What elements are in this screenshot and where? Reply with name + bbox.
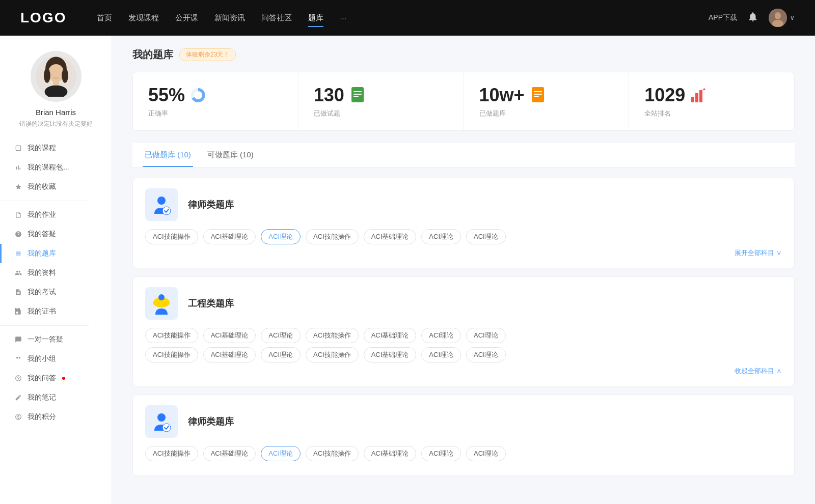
sidebar-divider-2 (0, 325, 89, 326)
sidebar-item-course[interactable]: 我的课程 (0, 138, 112, 158)
nav-more[interactable]: ··· (340, 12, 346, 24)
tag-2-2[interactable]: ACI理论 (261, 328, 301, 343)
profile-name: Brian Harris (36, 108, 76, 117)
tag-2-5[interactable]: ACI理论 (421, 328, 461, 343)
tag-1-4[interactable]: ACI基础理论 (364, 229, 417, 244)
sidebar-item-points[interactable]: 我的积分 (0, 407, 112, 427)
tab-done[interactable]: 已做题库 (10) (143, 143, 193, 167)
lawyer-icon-2 (145, 405, 178, 438)
svg-marker-23 (702, 88, 705, 90)
tag-2b-4[interactable]: ACI基础理论 (364, 347, 417, 362)
red-dot-indicator (62, 377, 65, 380)
sidebar-item-exam[interactable]: 我的考试 (0, 283, 112, 302)
stat-questions-top: 130 (314, 85, 448, 106)
tag-1-2[interactable]: ACI理论 (261, 229, 301, 244)
tag-3-4[interactable]: ACI基础理论 (364, 446, 417, 461)
svg-rect-21 (695, 93, 698, 102)
sidebar-item-material[interactable]: 我的资料 (0, 263, 112, 283)
profile-motto: 错误的决定比没有决定要好 (9, 120, 103, 128)
bank-card-lawyer-1: 律师类题库 ACI技能操作 ACI基础理论 ACI理论 ACI技能操作 ACI基… (132, 178, 795, 268)
tag-1-6[interactable]: ACI理论 (466, 229, 506, 244)
tag-1-0[interactable]: ACI技能操作 (145, 229, 198, 244)
stat-rank-label: 全站排名 (644, 109, 779, 118)
user-avatar-button[interactable]: ∨ (769, 9, 795, 27)
bank-title-1: 律师类题库 (188, 199, 234, 211)
svg-point-28 (158, 294, 165, 300)
stats-row: 55% 正确率 130 (132, 72, 795, 131)
header: LOGO 首页 发现课程 公开课 新闻资讯 问答社区 题库 ··· APP下载 … (0, 0, 815, 36)
stat-questions: 130 已做试题 (298, 72, 464, 130)
tag-3-2[interactable]: ACI理论 (261, 446, 301, 461)
sidebar-item-bank[interactable]: 我的题库 (0, 244, 112, 263)
svg-rect-17 (534, 91, 542, 92)
tag-2b-3[interactable]: ACI技能操作 (306, 347, 359, 362)
nav-news[interactable]: 新闻资讯 (214, 11, 245, 25)
sidebar-item-qa[interactable]: 我的答疑 (0, 225, 112, 244)
nav-home[interactable]: 首页 (97, 11, 112, 25)
sidebar-item-notes[interactable]: 我的笔记 (0, 388, 112, 407)
tag-2b-1[interactable]: ACI基础理论 (203, 347, 256, 362)
pie-chart-icon (190, 87, 206, 103)
one-on-one-icon (14, 335, 22, 344)
collapse-link-2[interactable]: 收起全部科目 ∧ (145, 367, 782, 376)
stat-rank-top: 1029 (644, 85, 779, 106)
material-icon (14, 269, 22, 277)
svg-point-30 (162, 424, 171, 432)
question-icon (14, 374, 22, 382)
svg-rect-9 (53, 80, 59, 86)
stat-accuracy-value: 55% (148, 85, 185, 106)
tag-1-5[interactable]: ACI理论 (421, 229, 461, 244)
svg-rect-13 (354, 91, 362, 92)
stat-accuracy: 55% 正确率 (133, 72, 298, 130)
page-title: 我的题库 (132, 48, 173, 62)
course-icon (14, 144, 22, 152)
tag-3-5[interactable]: ACI理论 (421, 446, 461, 461)
sidebar-item-cert[interactable]: 我的证书 (0, 302, 112, 321)
tag-1-1[interactable]: ACI基础理论 (203, 229, 256, 244)
sidebar-item-group[interactable]: 我的小组 (0, 349, 112, 369)
stat-accuracy-top: 55% (148, 85, 283, 106)
tag-2b-5[interactable]: ACI理论 (421, 347, 461, 362)
tag-3-1[interactable]: ACI基础理论 (203, 446, 256, 461)
homework-icon (14, 211, 22, 219)
bank-card-header-1: 律师类题库 (145, 188, 782, 221)
logo[interactable]: LOGO (20, 10, 66, 26)
sidebar-item-package[interactable]: 我的课程包... (0, 158, 112, 177)
doc-green-icon (349, 87, 366, 103)
tag-2-4[interactable]: ACI基础理论 (364, 328, 417, 343)
notification-bell[interactable] (747, 11, 758, 24)
sidebar-item-homework[interactable]: 我的作业 (0, 205, 112, 225)
sidebar-item-favorites[interactable]: 我的收藏 (0, 177, 112, 197)
nav-qa[interactable]: 问答社区 (261, 11, 292, 25)
profile-avatar (31, 51, 82, 102)
tag-2-1[interactable]: ACI基础理论 (203, 328, 256, 343)
expand-link-1[interactable]: 展开全部科目 ∨ (145, 248, 782, 258)
tag-1-3[interactable]: ACI技能操作 (306, 229, 359, 244)
nav-bank[interactable]: 题库 (308, 11, 323, 25)
sidebar-menu: 我的课程 我的课程包... 我的收藏 (0, 138, 112, 427)
sidebar-item-one-on-one[interactable]: 一对一答疑 (0, 330, 112, 349)
tag-2b-0[interactable]: ACI技能操作 (145, 347, 198, 362)
tag-3-6[interactable]: ACI理论 (466, 446, 506, 461)
trial-badge: 体验剩余23天！ (179, 48, 236, 61)
tab-available[interactable]: 可做题库 (10) (205, 143, 256, 167)
nav-open-course[interactable]: 公开课 (175, 11, 198, 25)
tag-2b-6[interactable]: ACI理论 (466, 347, 506, 362)
tag-3-0[interactable]: ACI技能操作 (145, 446, 198, 461)
svg-point-6 (44, 68, 50, 83)
tag-3-3[interactable]: ACI技能操作 (306, 446, 359, 461)
avatar (769, 9, 787, 27)
lawyer-icon (145, 188, 178, 221)
points-icon (14, 413, 22, 421)
stat-banks-value: 10w+ (479, 85, 525, 106)
nav-discover[interactable]: 发现课程 (128, 11, 159, 25)
tag-2-3[interactable]: ACI技能操作 (306, 328, 359, 343)
tag-2-6[interactable]: ACI理论 (466, 328, 506, 343)
sidebar: Brian Harris 错误的决定比没有决定要好 我的课程 我的课程包... (0, 36, 112, 504)
svg-rect-19 (534, 96, 539, 97)
sidebar-item-question[interactable]: 我的问答 (0, 369, 112, 388)
tag-2-0[interactable]: ACI技能操作 (145, 328, 198, 343)
app-download-button[interactable]: APP下载 (709, 13, 737, 22)
tag-2b-2[interactable]: ACI理论 (261, 347, 301, 362)
svg-rect-20 (691, 97, 694, 102)
